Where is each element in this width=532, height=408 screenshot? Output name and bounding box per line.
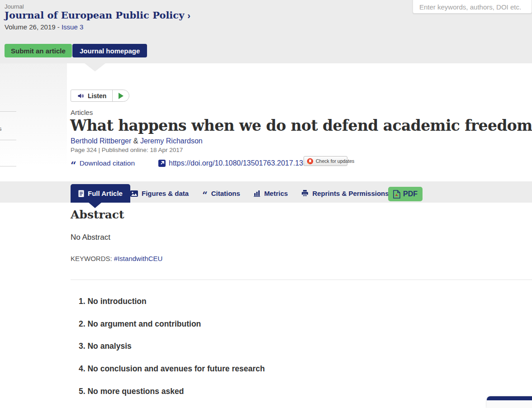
check-for-updates-label: Check for updates — [316, 158, 354, 164]
article-type-label: Articles — [71, 109, 93, 116]
left-panel-divider — [0, 166, 16, 166]
author-link[interactable]: Berthold Rittberger — [71, 137, 131, 145]
journal-homepage-button[interactable]: Journal homepage — [72, 44, 147, 57]
search-input[interactable] — [413, 0, 532, 14]
quote-icon: “ — [71, 163, 76, 167]
listen-play-button[interactable] — [113, 90, 129, 101]
toc-item: 2. No argument and contribution — [79, 319, 201, 329]
doi-link[interactable]: https://doi.org/10.1080/13501763.2017.13… — [158, 159, 323, 167]
chevron-right-icon: › — [187, 11, 190, 20]
active-tab-pointer — [89, 203, 101, 208]
tab-label: Metrics — [264, 190, 288, 197]
toc-item: 5. No more questions asked — [79, 387, 184, 396]
image-icon — [130, 190, 138, 197]
tab-label: Full Article — [88, 190, 123, 197]
printer-icon — [301, 190, 309, 197]
corner-popup-body — [487, 400, 532, 408]
external-link-icon — [158, 160, 166, 167]
tab-links: Figures & data “ Citations Metrics — [130, 184, 389, 203]
left-panel-divider — [0, 111, 16, 112]
toc-item: 3. No analysis — [79, 342, 132, 351]
document-icon — [78, 190, 84, 197]
listen-button-left[interactable]: Listen — [71, 90, 113, 101]
corner-popup-header — [487, 396, 532, 400]
tab-label: Citations — [211, 190, 240, 197]
speaker-icon — [77, 92, 85, 100]
pdf-file-icon — [393, 190, 400, 199]
left-panel-divider — [0, 140, 16, 140]
corner-popup-widget[interactable] — [487, 396, 532, 408]
author-list: Berthold Rittberger & Jeremy Richardson — [71, 137, 203, 145]
tab-figures-data[interactable]: Figures & data — [130, 190, 189, 197]
left-panel-shade — [0, 63, 67, 185]
toc-item: 4. No conclusion and avenues for future … — [79, 364, 265, 374]
pdf-button[interactable]: PDF — [388, 187, 423, 201]
keywords-label: KEYWORDS: — [71, 255, 114, 262]
quote-icon: “ — [202, 193, 208, 197]
left-panel-text-fragment: s — [0, 125, 2, 132]
keyword-link[interactable]: #IstandwithCEU — [114, 255, 163, 262]
article-title: What happens when we do not defend acade… — [70, 117, 527, 134]
article-page: Journal Journal of European Public Polic… — [0, 0, 532, 408]
download-citation-label: Download citation — [80, 159, 135, 167]
volume-issue: Volume 26, 2019 - Issue 3 — [5, 23, 83, 31]
download-citation-link[interactable]: “ Download citation — [71, 159, 135, 167]
volume-text: Volume 26, 2019 - — [5, 23, 62, 31]
author-link[interactable]: Jeremy Richardson — [140, 137, 203, 145]
journal-title[interactable]: Journal of European Public Policy — [5, 9, 184, 21]
bar-chart-icon — [254, 190, 261, 197]
doi-text: https://doi.org/10.1080/13501763.2017.13… — [169, 159, 323, 167]
tab-label: Reprints & Permissions — [312, 190, 389, 197]
citation-row: “ Download citation https://doi.org/10.1… — [71, 159, 323, 167]
tab-metrics[interactable]: Metrics — [254, 190, 288, 197]
journal-header: Journal Journal of European Public Polic… — [0, 0, 532, 63]
listen-label: Listen — [88, 92, 106, 100]
submit-article-button[interactable]: Submit an article — [5, 44, 72, 57]
header-pointer — [85, 63, 105, 71]
listen-button[interactable]: Listen — [71, 90, 129, 102]
check-for-updates-badge[interactable]: Check for updates — [304, 156, 347, 166]
abstract-body: No Abstract — [71, 233, 110, 242]
play-icon — [119, 93, 124, 99]
section-divider — [71, 280, 532, 280]
journal-title-link[interactable]: Journal of European Public Policy › — [5, 9, 190, 21]
keywords-row: KEYWORDS: #IstandwithCEU — [71, 255, 162, 262]
publication-info: Page 324 | Published online: 18 Apr 2017 — [71, 147, 183, 153]
tab-full-article[interactable]: Full Article — [71, 184, 130, 203]
issue-link[interactable]: Issue 3 — [62, 23, 83, 31]
journal-kicker: Journal — [5, 3, 24, 10]
tab-label: Figures & data — [142, 190, 189, 197]
author-separator: & — [133, 137, 138, 145]
toc-item: 1. No introduction — [79, 297, 147, 306]
pdf-label: PDF — [403, 190, 418, 198]
tab-reprints-permissions[interactable]: Reprints & Permissions — [301, 190, 389, 197]
tab-citations[interactable]: “ Citations — [202, 190, 240, 197]
abstract-heading: Abstract — [71, 208, 124, 221]
crossmark-icon — [307, 158, 314, 165]
